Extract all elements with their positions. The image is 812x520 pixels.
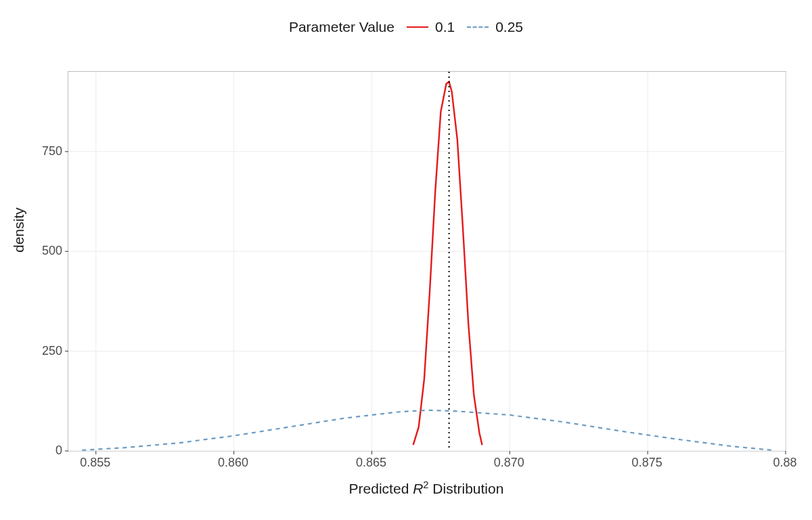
xlab-sup: 2 (423, 479, 428, 490)
y-tick-label: 250 (0, 343, 62, 358)
x-tick-label: 0.875 (632, 456, 662, 470)
x-axis-label: Predicted R2 Distribution (68, 479, 785, 497)
xlab-var: R (413, 481, 423, 496)
tick-marks (65, 152, 786, 454)
x-axis-ticks: 0.8550.8600.8650.8700.8750.88 (68, 453, 785, 473)
legend-item-1: 0.25 (467, 19, 523, 35)
y-axis-ticks: 0250500750 (0, 71, 62, 450)
legend-swatch-solid-red (407, 26, 428, 28)
plot-panel (68, 71, 786, 452)
figure: Parameter Value 0.1 0.25 density 0250500… (0, 0, 812, 520)
density-curve-0.25 (82, 410, 771, 450)
xlab-prefix: Predicted (349, 481, 413, 496)
xlab-suffix: Distribution (429, 481, 504, 496)
legend-title: Parameter Value (289, 19, 394, 35)
x-tick-label: 0.88 (773, 456, 796, 470)
legend-label-0: 0.1 (435, 19, 455, 35)
gridlines (68, 72, 786, 451)
y-tick-label: 750 (0, 144, 62, 158)
legend-swatch-dash-blue (467, 26, 489, 28)
x-tick-label: 0.855 (80, 456, 110, 470)
y-tick-label: 0 (0, 443, 62, 458)
legend-label-1: 0.25 (495, 19, 523, 35)
density-curve-0.1 (413, 82, 482, 445)
legend-item-0: 0.1 (407, 19, 455, 35)
x-tick-label: 0.860 (218, 456, 248, 470)
x-tick-label: 0.870 (494, 456, 524, 470)
x-tick-label: 0.865 (356, 456, 386, 470)
y-tick-label: 500 (0, 244, 62, 258)
series-group (82, 82, 771, 450)
legend: Parameter Value 0.1 0.25 (0, 19, 812, 35)
plot-svg (68, 72, 786, 451)
